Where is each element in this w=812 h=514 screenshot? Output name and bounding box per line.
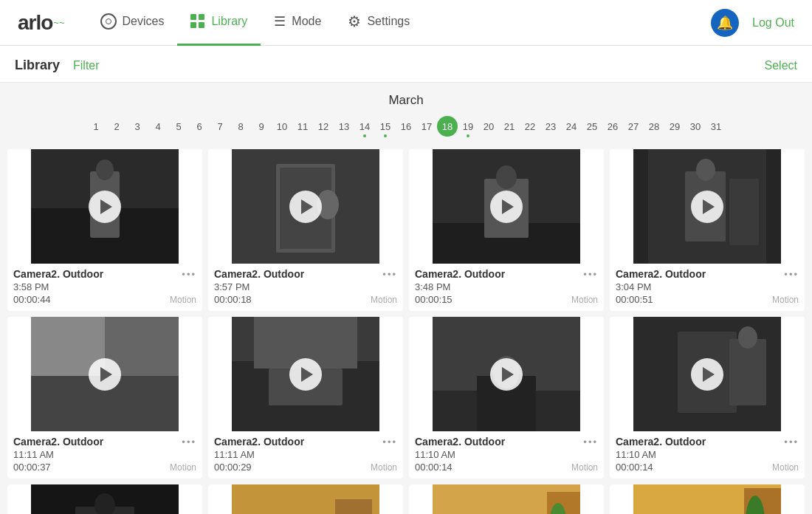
logout-button[interactable]: Log Out <box>752 16 794 30</box>
calendar-day-9[interactable]: 9 <box>251 115 272 137</box>
filter-button[interactable]: Filter <box>73 59 100 72</box>
video-duration: 00:00:14 <box>415 462 453 473</box>
calendar-day-1[interactable]: 1 <box>86 115 106 137</box>
video-grid: Camera2. Outdoor ••• 3:58 PM 00:00:44 Mo… <box>0 142 812 514</box>
nav-devices[interactable]: Devices <box>87 0 178 46</box>
video-time: 11:11 AM <box>13 449 196 460</box>
video-time: 3:04 PM <box>616 281 799 292</box>
calendar-days: 1234567891011121314151617181920212223242… <box>7 115 805 137</box>
calendar-day-6[interactable]: 6 <box>189 115 210 137</box>
video-camera-name: Camera2. Outdoor <box>214 268 304 280</box>
calendar-day-10[interactable]: 10 <box>272 115 292 137</box>
devices-icon <box>100 13 117 30</box>
video-more-button[interactable]: ••• <box>382 436 397 448</box>
play-icon <box>301 367 313 382</box>
video-trigger: Motion <box>772 462 799 473</box>
calendar-day-2[interactable]: 2 <box>106 115 127 137</box>
calendar-section: March 1234567891011121314151617181920212… <box>0 83 812 142</box>
video-duration: 00:00:44 <box>13 294 51 305</box>
calendar-day-18[interactable]: 18 <box>437 116 458 137</box>
calendar-day-4[interactable]: 4 <box>148 115 168 137</box>
calendar-day-11[interactable]: 11 <box>292 115 313 137</box>
video-trigger: Motion <box>571 462 598 473</box>
video-card[interactable]: Camera2. Outdoor ••• 3:48 PM 00:00:15 Mo… <box>409 149 604 311</box>
nav-bar: arlo ~~ Devices Library ☰ Mode ⚙ Setting… <box>0 0 812 46</box>
play-button[interactable] <box>691 358 723 391</box>
calendar-day-17[interactable]: 17 <box>416 115 437 137</box>
svg-point-3 <box>96 160 114 180</box>
calendar-day-12[interactable]: 12 <box>313 115 334 137</box>
video-card[interactable]: Camera2. Outdoor ••• 11:10 AM 00:00:14 M… <box>610 317 805 479</box>
play-button[interactable] <box>89 191 121 223</box>
calendar-day-27[interactable]: 27 <box>623 115 644 137</box>
calendar-day-7[interactable]: 7 <box>210 115 230 137</box>
video-thumbnail <box>208 484 403 514</box>
video-time: 3:58 PM <box>13 281 196 292</box>
play-button[interactable] <box>89 358 121 391</box>
video-card[interactable]: Camera1. Home ••• 9:56 AM 00:00:14 Motio… <box>208 484 403 514</box>
video-trigger: Motion <box>170 295 196 305</box>
video-thumbnail <box>409 317 604 431</box>
video-card[interactable]: Camera1. Home ••• 8:52 AM 00:00:12 Motio… <box>610 484 805 514</box>
video-more-button[interactable]: ••• <box>382 269 397 280</box>
calendar-day-30[interactable]: 30 <box>685 115 706 137</box>
calendar-day-13[interactable]: 13 <box>334 115 354 137</box>
video-more-button[interactable]: ••• <box>182 269 196 280</box>
calendar-day-28[interactable]: 28 <box>644 115 664 137</box>
calendar-day-31[interactable]: 31 <box>706 115 726 137</box>
video-card[interactable]: Camera2. Outdoor ••• 3:58 PM 00:00:44 Mo… <box>7 149 202 311</box>
video-card[interactable]: Camera2. Outdoor ••• 3:04 PM 00:00:51 Mo… <box>610 149 805 311</box>
play-button[interactable] <box>490 358 523 391</box>
settings-label: Settings <box>367 15 410 28</box>
video-card[interactable]: Camera2. Outdoor ••• 10:59 AM 00:01:05 M… <box>7 484 202 514</box>
video-duration: 00:00:15 <box>415 294 453 305</box>
video-more-button[interactable]: ••• <box>583 269 598 280</box>
calendar-day-23[interactable]: 23 <box>540 115 561 137</box>
calendar-day-22[interactable]: 22 <box>520 115 540 137</box>
calendar-day-15[interactable]: 15 <box>375 115 396 137</box>
video-duration: 00:00:14 <box>616 462 653 473</box>
calendar-day-29[interactable]: 29 <box>664 115 685 137</box>
video-more-button[interactable]: ••• <box>182 436 196 448</box>
nav-library[interactable]: Library <box>177 0 261 46</box>
play-button[interactable] <box>490 191 523 223</box>
calendar-day-3[interactable]: 3 <box>127 115 148 137</box>
video-more-button[interactable]: ••• <box>583 436 598 448</box>
video-camera-name: Camera2. Outdoor <box>214 436 304 448</box>
settings-icon: ⚙ <box>348 13 361 30</box>
calendar-day-5[interactable]: 5 <box>168 115 189 137</box>
logo[interactable]: arlo ~~ <box>18 11 65 35</box>
nav-settings[interactable]: ⚙ Settings <box>334 0 423 46</box>
video-camera-name: Camera2. Outdoor <box>616 268 706 280</box>
calendar-day-26[interactable]: 26 <box>602 115 623 137</box>
calendar-day-21[interactable]: 21 <box>499 115 520 137</box>
play-icon <box>100 367 112 382</box>
calendar-day-24[interactable]: 24 <box>561 115 582 137</box>
video-card[interactable]: Camera2. Outdoor ••• 3:57 PM 00:00:18 Mo… <box>208 149 403 311</box>
play-button[interactable] <box>289 358 322 391</box>
calendar-day-8[interactable]: 8 <box>230 115 251 137</box>
video-card[interactable]: Camera2. Outdoor ••• 11:11 AM 00:00:37 M… <box>7 317 202 479</box>
calendar-day-14[interactable]: 14 <box>354 115 375 137</box>
video-card[interactable]: Camera2. Outdoor ••• 11:10 AM 00:00:14 M… <box>409 317 604 479</box>
video-more-button[interactable]: ••• <box>784 436 799 448</box>
calendar-day-20[interactable]: 20 <box>478 115 499 137</box>
notification-button[interactable]: 🔔 <box>711 9 739 37</box>
play-button[interactable] <box>289 191 322 223</box>
calendar-day-19[interactable]: 19 <box>458 115 478 137</box>
calendar-day-16[interactable]: 16 <box>396 115 416 137</box>
video-card[interactable]: Camera1. Home ••• 9:08 AM 00:00:14 Motio… <box>409 484 604 514</box>
select-button[interactable]: Select <box>765 59 797 72</box>
calendar-day-25[interactable]: 25 <box>582 115 602 137</box>
video-thumbnail <box>7 149 202 264</box>
mode-icon: ☰ <box>274 13 286 30</box>
video-more-button[interactable]: ••• <box>784 269 799 280</box>
video-card[interactable]: Camera2. Outdoor ••• 11:11 AM 00:00:29 M… <box>208 317 403 479</box>
video-info: Camera2. Outdoor ••• 11:10 AM 00:00:14 M… <box>409 431 604 479</box>
svg-rect-43 <box>335 499 372 514</box>
play-button[interactable] <box>691 191 723 223</box>
video-trigger: Motion <box>371 462 397 473</box>
video-camera-name: Camera2. Outdoor <box>13 436 103 448</box>
video-camera-name: Camera2. Outdoor <box>415 436 505 448</box>
nav-mode[interactable]: ☰ Mode <box>261 0 334 46</box>
